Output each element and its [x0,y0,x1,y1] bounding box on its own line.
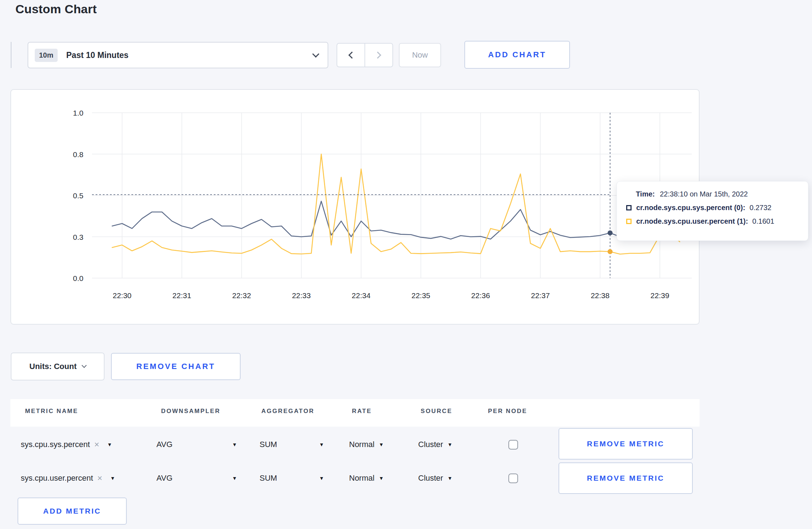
svg-text:22:30: 22:30 [113,291,132,300]
source-value: Cluster [418,440,443,449]
svg-text:22:31: 22:31 [173,291,192,300]
aggregator-select[interactable]: SUM ▼ [260,428,324,461]
units-select[interactable]: Units: Count [11,353,105,380]
add-metric-button[interactable]: ADD METRIC [18,498,127,525]
svg-text:22:37: 22:37 [531,291,550,300]
rate-value: Normal [349,474,374,483]
svg-text:0.0: 0.0 [73,274,83,282]
svg-text:22:33: 22:33 [292,291,311,300]
caret-down-icon: ▼ [319,442,324,447]
per-node-checkbox[interactable] [508,440,518,450]
metric-name-select[interactable]: sys.cpu.user.percent × ▼ [21,462,115,495]
rate-value: Normal [349,440,374,449]
series-sys-swatch-icon [626,205,632,210]
downsampler-select[interactable]: AVG ▼ [156,462,237,495]
now-button[interactable]: Now [399,43,441,67]
rate-select[interactable]: Normal ▼ [349,462,384,495]
time-pager [337,43,393,67]
metric-name-value: sys.cpu.user.percent [21,474,93,483]
svg-text:0.8: 0.8 [73,150,83,159]
aggregator-select[interactable]: SUM ▼ [260,462,324,495]
chart-plot[interactable]: 0.00.30.50.81.022:3022:3122:3222:3322:34… [11,90,699,324]
chevron-down-icon [312,50,319,58]
source-value: Cluster [418,474,443,483]
per-node-cell [508,462,518,495]
caret-down-icon: ▼ [107,442,112,447]
tooltip-series-value: 0.1601 [752,217,774,225]
col-header-aggregator: AGGREGATOR [261,408,314,415]
svg-text:22:36: 22:36 [471,291,490,300]
svg-text:22:32: 22:32 [232,291,251,300]
rate-select[interactable]: Normal ▼ [349,428,384,461]
remove-chart-button[interactable]: REMOVE CHART [111,353,241,380]
caret-down-icon: ▼ [232,442,237,447]
caret-down-icon: ▼ [379,442,384,447]
col-header-source: SOURCE [421,408,452,415]
col-header-metric-name: METRIC NAME [25,408,78,415]
series-user-swatch-icon [626,219,632,224]
chevron-right-icon [374,52,381,59]
caret-down-icon: ▼ [110,475,115,481]
remove-metric-button[interactable]: REMOVE METRIC [559,428,693,460]
source-select[interactable]: Cluster ▼ [418,462,453,495]
tooltip-series-name: cr.node.sys.cpu.user.percent (1): [636,217,748,225]
svg-text:22:34: 22:34 [352,291,371,300]
next-timewindow-button[interactable] [365,44,392,67]
metric-name-value: sys.cpu.sys.percent [21,440,90,449]
chart-panel: 0.00.30.50.81.022:3022:3122:3222:3322:34… [10,89,700,325]
caret-down-icon: ▼ [379,475,384,481]
tooltip-series-value: 0.2732 [750,204,772,212]
aggregator-value: SUM [260,440,277,449]
source-select[interactable]: Cluster ▼ [418,428,453,461]
chevron-down-icon [82,363,87,368]
caret-down-icon: ▼ [232,475,237,481]
add-chart-button[interactable]: ADD CHART [464,41,570,69]
svg-text:0.3: 0.3 [73,233,83,241]
downsampler-value: AVG [156,474,173,483]
table-row: sys.cpu.user.percent × ▼ AVG ▼ SUM ▼ Nor… [10,462,700,495]
table-row: sys.cpu.sys.percent × ▼ AVG ▼ SUM ▼ Norm… [10,428,700,461]
page-title: Custom Chart [15,2,97,16]
per-node-cell [508,428,518,461]
chevron-left-icon [348,52,356,59]
downsampler-value: AVG [156,440,173,449]
downsampler-select[interactable]: AVG ▼ [156,428,237,461]
tooltip-time-value: 22:38:10 on Mar 15th, 2022 [660,190,748,198]
svg-text:22:35: 22:35 [411,291,430,300]
aggregator-value: SUM [260,474,277,483]
units-label: Units: Count [29,362,77,371]
toolbar-divider [11,42,11,68]
col-header-per-node: PER NODE [488,408,527,415]
svg-text:22:39: 22:39 [651,291,670,300]
caret-down-icon: ▼ [448,442,453,447]
col-header-rate: RATE [352,408,372,415]
time-window-badge: 10m [35,49,58,62]
clear-metric-icon[interactable]: × [94,440,99,450]
metric-name-select[interactable]: sys.cpu.sys.percent × ▼ [21,428,112,461]
svg-text:0.5: 0.5 [73,191,83,200]
remove-metric-button[interactable]: REMOVE METRIC [559,462,693,494]
tooltip-time-label: Time: [636,190,655,198]
time-window-select[interactable]: 10m Past 10 Minutes [28,42,328,68]
per-node-checkbox[interactable] [508,474,518,483]
caret-down-icon: ▼ [319,475,324,481]
metrics-table-header: METRIC NAME DOWNSAMPLER AGGREGATOR RATE … [10,399,700,427]
chart-tooltip: Time: 22:38:10 on Mar 15th, 2022 cr.node… [617,181,808,241]
prev-timewindow-button[interactable] [337,44,365,67]
caret-down-icon: ▼ [448,475,453,481]
svg-text:1.0: 1.0 [73,109,83,117]
col-header-downsampler: DOWNSAMPLER [161,408,221,415]
tooltip-series-name: cr.node.sys.cpu.sys.percent (0): [636,204,745,212]
time-window-label: Past 10 Minutes [66,50,313,60]
svg-text:22:38: 22:38 [591,291,610,300]
clear-metric-icon[interactable]: × [97,473,102,483]
